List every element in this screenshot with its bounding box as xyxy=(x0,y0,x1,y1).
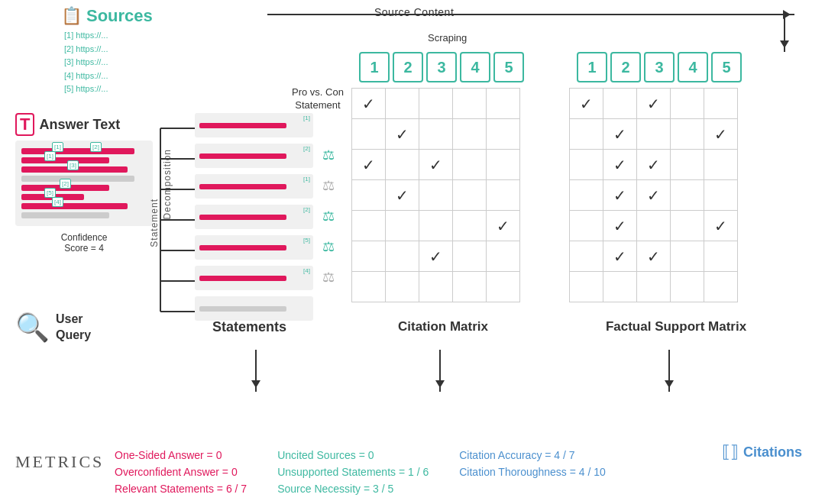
fact-cell-2-4 xyxy=(704,150,738,180)
fact-cell-1-1: ✓ xyxy=(603,119,637,150)
stmt-cite-4: [2] xyxy=(303,206,310,213)
stmt-cite-1: [1] xyxy=(303,115,310,121)
cite-cell-3-4 xyxy=(487,180,520,211)
metric-relevant: Relevant Statements = 6 / 7 xyxy=(115,483,247,495)
stmt-line-3 xyxy=(199,184,286,189)
statement-box-4: [2] ⚖ xyxy=(195,205,313,229)
statement-box-5: [5] ⚖ xyxy=(195,235,313,260)
stmt-line-4 xyxy=(199,215,286,220)
citation-down-arrow xyxy=(439,350,441,392)
sources-title: Sources xyxy=(86,6,153,26)
cite-cell-3-2 xyxy=(419,180,453,211)
fact-cell-0-4 xyxy=(704,89,738,119)
factual-header-boxes: 1 2 3 4 5 xyxy=(577,52,742,82)
fact-cell-6-0 xyxy=(570,272,603,302)
fact-box-5: 5 xyxy=(711,52,742,82)
stmt-cite-2: [2] xyxy=(303,145,310,152)
cite-box-4: 4 xyxy=(460,52,490,82)
cite-cell-1-0 xyxy=(352,119,386,150)
statement-box-7 xyxy=(195,296,313,321)
fact-cell-2-1: ✓ xyxy=(603,150,637,180)
fact-cell-2-2: ✓ xyxy=(637,150,671,180)
cite-cell-3-3 xyxy=(453,180,487,211)
factual-down-arrow xyxy=(668,350,670,392)
stmt-cite-3: [1] xyxy=(303,176,310,183)
fact-cell-5-0 xyxy=(570,241,603,272)
scraping-label: Scraping xyxy=(428,32,467,44)
fact-cell-0-0: ✓ xyxy=(570,89,603,119)
cite-cell-1-3 xyxy=(453,119,487,150)
fact-cell-1-3 xyxy=(671,119,704,150)
metrics-col-1: One-Sided Answer = 0 Overconfident Answe… xyxy=(115,449,247,495)
citations-bracket-icon: ⟦⟧ xyxy=(722,442,739,462)
cite-box-5: 5 xyxy=(493,52,524,82)
fact-cell-6-2 xyxy=(637,272,671,302)
source-link-2: [2] https://... xyxy=(64,43,153,57)
search-icon: 🔍 xyxy=(15,312,50,344)
statement-box-2: [2] ⚖ xyxy=(195,144,313,168)
cite-cell-1-4 xyxy=(487,119,520,150)
metric-unsupported: Unsupported Statements = 1 / 6 xyxy=(277,466,429,478)
cite-cell-4-0 xyxy=(352,211,386,241)
fact-cell-0-2: ✓ xyxy=(637,89,671,119)
cite-cell-2-0: ✓ xyxy=(352,150,386,180)
balance-icon-3: ⚖ xyxy=(322,208,335,225)
fact-cell-0-3 xyxy=(671,89,704,119)
source-link-5: [5] https://... xyxy=(64,82,153,96)
fact-cell-5-3 xyxy=(671,241,704,272)
fact-cell-3-3 xyxy=(671,180,704,211)
metric-accuracy: Citation Accuracy = 4 / 7 xyxy=(459,449,606,461)
source-to-grid-arrow xyxy=(784,15,785,52)
text-line-6: [4] xyxy=(21,203,128,209)
stmt-line-2 xyxy=(199,153,286,159)
citation-matrix-grid: ✓✓✓✓✓✓✓ xyxy=(351,88,520,302)
text-line-2: [1] xyxy=(21,157,109,163)
cite-cell-2-1 xyxy=(386,150,419,180)
cite-cell-5-0 xyxy=(352,241,386,272)
cite-cell-0-2 xyxy=(419,89,453,119)
citations-box: ⟦⟧ Citations xyxy=(722,442,802,462)
stmt-line-gray xyxy=(199,306,286,312)
cite-cell-5-1 xyxy=(386,241,419,272)
cite-cell-4-2 xyxy=(419,211,453,241)
metric-uncited: Uncited Sources = 0 xyxy=(277,449,429,461)
fact-box-2: 2 xyxy=(610,52,641,82)
cite-cell-1-1: ✓ xyxy=(386,119,419,150)
metric-necessity: Source Necessity = 3 / 5 xyxy=(277,483,429,495)
cite-cell-0-1 xyxy=(386,89,419,119)
statement-box-1: [1] xyxy=(195,113,313,137)
stmt-line-1 xyxy=(199,123,286,128)
user-query-box: 🔍 UserQuery xyxy=(15,312,91,344)
cite-cell-4-4: ✓ xyxy=(487,211,520,241)
text-line-gray-1 xyxy=(21,176,134,182)
fact-cell-6-3 xyxy=(671,272,704,302)
cite-tag-7: [4] xyxy=(52,197,63,207)
fact-box-1: 1 xyxy=(577,52,607,82)
fact-cell-6-1 xyxy=(603,272,637,302)
text-lines-box: [1] [2] [1] [3] [2] [5] [4] xyxy=(15,141,153,226)
statements-down-arrow xyxy=(255,350,257,392)
source-content-arrow xyxy=(267,14,794,15)
cite-box-3: 3 xyxy=(426,52,457,82)
confidence-label: ConfidenceScore = 4 xyxy=(15,232,153,254)
fact-cell-3-2: ✓ xyxy=(637,180,671,211)
text-line-3: [3] xyxy=(21,166,128,173)
fact-cell-3-4 xyxy=(704,180,738,211)
citation-matrix-label: Citation Matrix xyxy=(359,319,527,334)
fact-cell-2-3 xyxy=(671,150,704,180)
statements-col: [1] [2] ⚖ [1] ⚖ [2] ⚖ [5] ⚖ [4] ⚖ xyxy=(195,113,313,327)
balance-icon-4: ⚖ xyxy=(322,238,335,255)
fact-box-4: 4 xyxy=(678,52,708,82)
fact-cell-1-0 xyxy=(570,119,603,150)
cite-cell-2-2: ✓ xyxy=(419,150,453,180)
metrics-label: METRICS xyxy=(15,452,104,472)
cite-cell-4-1 xyxy=(386,211,419,241)
cite-tag-4: [3] xyxy=(67,160,79,170)
cite-cell-5-2: ✓ xyxy=(419,241,453,272)
fact-cell-1-2 xyxy=(637,119,671,150)
pro-con-label: Pro vs. ConStatement xyxy=(292,86,344,112)
answer-text-box: T Answer Text [1] [2] [1] [3] [2] [5] [ xyxy=(15,113,153,254)
fact-cell-6-4 xyxy=(704,272,738,302)
statements-bold-label: Statements xyxy=(212,319,286,335)
answer-t-icon: T xyxy=(15,113,34,136)
